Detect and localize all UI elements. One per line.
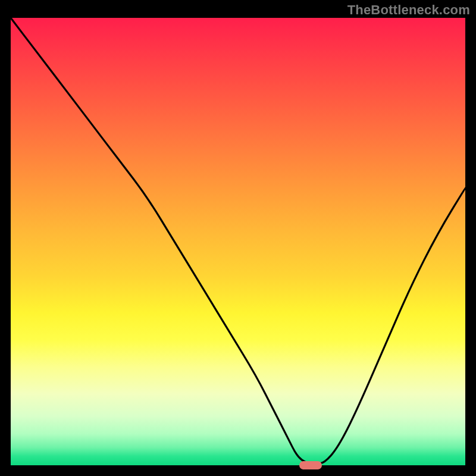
watermark-text: TheBottleneck.com <box>347 2 470 18</box>
bottleneck-marker <box>299 461 322 469</box>
chart-frame: TheBottleneck.com <box>0 0 476 476</box>
bottleneck-curve <box>11 18 465 465</box>
curve-path <box>11 18 465 464</box>
plot-area <box>11 18 465 465</box>
